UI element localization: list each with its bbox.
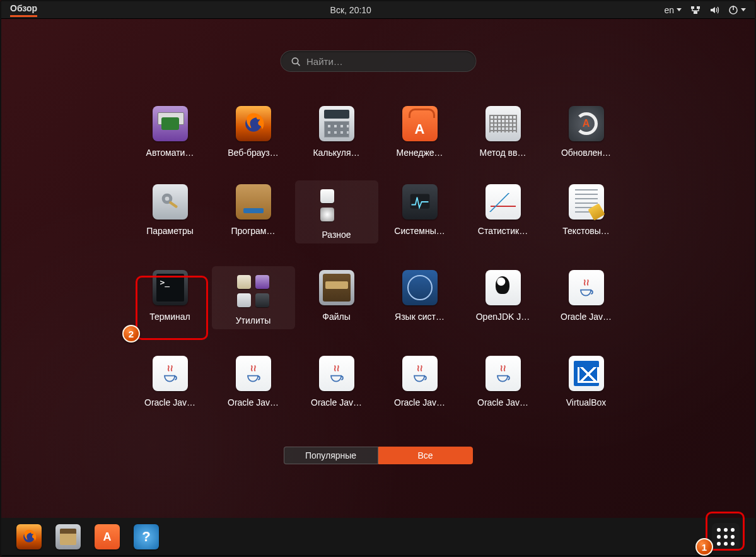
app-automator[interactable]: Автомати… [129,102,212,158]
svg-rect-2 [694,11,697,14]
app-virtualbox[interactable]: VirtualBox [545,352,628,407]
app-label: Файлы [295,312,378,322]
clock[interactable]: Вск, 20:10 [37,5,664,15]
java-cup-icon [153,356,188,391]
app-label: Разное [295,230,378,240]
app-label: VirtualBox [545,397,628,407]
app-label: Метод вв… [462,148,545,158]
dock-firefox[interactable] [16,524,42,549]
notepad-icon [569,184,604,220]
chart-icon [486,184,521,220]
show-apps-button[interactable] [712,523,740,551]
svg-line-6 [297,63,299,66]
dock-files[interactable] [55,524,81,549]
java-cup-icon [319,356,354,391]
firefox-icon [236,106,271,141]
app-label: Калькуля… [295,148,378,158]
folder-icon [319,188,354,223]
keyboard-icon [486,106,521,141]
app-label: Язык сист… [378,312,462,322]
search-input[interactable] [306,56,465,67]
annotation-badge-2: 2 [122,325,140,343]
app-label: OpenJDK J… [462,312,545,322]
filter-popular[interactable]: Популярные [284,447,378,464]
app-software-center[interactable]: Менедже… [378,102,462,158]
folder-utilities[interactable]: Утилиты [212,266,295,329]
app-label: Oracle Jav… [378,397,462,407]
app-oracle-java-1[interactable]: Oracle Jav… [545,266,628,329]
app-calculator[interactable]: Калькуля… [295,102,378,158]
app-stats[interactable]: Статистик… [462,180,545,243]
app-label: Веб-брауз… [212,148,295,158]
annotation-badge-1: 1 [695,538,713,556]
app-label: Oracle Jav… [295,397,378,407]
app-settings[interactable]: Параметры [129,180,212,243]
app-label: Oracle Jav… [129,397,212,407]
app-software[interactable]: Програм… [212,180,295,243]
app-label: Менедже… [378,148,462,158]
network-icon[interactable] [690,5,701,15]
globe-flag-icon [402,270,438,305]
app-label: Параметры [129,226,212,236]
app-system-monitor[interactable]: Системны… [378,180,462,243]
app-label: Oracle Jav… [462,397,545,407]
dock [1,518,755,556]
app-updates[interactable]: Обновлен… [545,102,628,158]
dock-help[interactable] [134,524,159,549]
folder-misc[interactable]: Разное [295,180,378,243]
firefox-icon [20,527,38,546]
search-icon [291,57,300,66]
app-openjdk[interactable]: OpenJDK J… [462,266,545,329]
app-oracle-java-4[interactable]: Oracle Jav… [295,352,378,407]
filter-all[interactable]: Все [378,447,473,464]
app-oracle-java-6[interactable]: Oracle Jav… [462,352,545,407]
app-oracle-java-2[interactable]: Oracle Jav… [129,352,212,407]
svg-point-9 [165,197,169,201]
app-label: Автомати… [129,148,212,158]
svg-rect-10 [168,201,178,208]
terminal-icon [153,270,188,305]
java-cup-icon [236,356,271,391]
activity-icon [402,184,438,220]
power-menu[interactable] [728,5,746,15]
app-label: Статистик… [462,226,545,236]
app-label: Системны… [378,226,462,236]
top-bar: Обзор Вск, 20:10 en [1,1,755,19]
app-label: Програм… [212,226,295,236]
app-label: Текстовы… [545,226,628,236]
svg-rect-1 [697,6,700,9]
duke-icon [486,270,521,305]
app-label: Oracle Jav… [212,397,295,407]
java-cup-icon [486,356,521,391]
refresh-icon [569,106,604,141]
activities-button[interactable]: Обзор [10,3,37,17]
volume-icon[interactable] [709,5,719,15]
app-oracle-java-3[interactable]: Oracle Jav… [212,352,295,407]
folder-icon [236,274,271,309]
svg-rect-4 [733,6,734,10]
dock-software[interactable] [95,524,120,549]
app-label: Oracle Jav… [545,312,628,322]
svg-rect-0 [691,6,694,9]
app-oracle-java-5[interactable]: Oracle Jav… [378,352,462,407]
app-files[interactable]: Файлы [295,266,378,329]
app-label: Терминал [129,312,212,322]
file-cabinet-icon [319,270,354,305]
chevron-down-icon [677,8,682,11]
svg-point-5 [292,57,298,63]
java-cup-icon [569,270,604,305]
search-field[interactable] [280,50,476,72]
java-cup-icon [402,356,438,391]
chevron-down-icon [741,8,746,11]
app-terminal[interactable]: Терминал [129,266,212,329]
app-text-editor[interactable]: Текстовы… [545,180,628,243]
app-language[interactable]: Язык сист… [378,266,462,329]
view-filter: Популярные Все [284,447,473,464]
app-input-method[interactable]: Метод вв… [462,102,545,158]
package-globe-icon [236,184,271,220]
app-firefox[interactable]: Веб-брауз… [212,102,295,158]
app-grid: Автомати… Веб-брауз… Калькуля… Менедже… … [1,102,755,407]
app-label: Обновлен… [545,148,628,158]
virtualbox-icon [569,356,604,391]
keyboard-layout-indicator[interactable]: en [664,5,682,15]
